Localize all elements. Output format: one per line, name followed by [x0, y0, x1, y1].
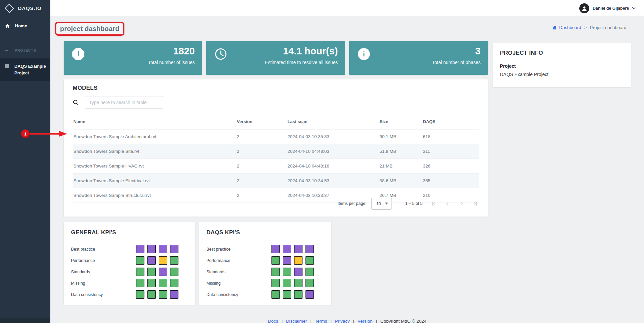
- footer-separator: |: [376, 319, 377, 323]
- search-input[interactable]: [85, 96, 163, 109]
- footer-link[interactable]: Version: [358, 319, 373, 323]
- kpi-row-label: Data consistency: [71, 292, 136, 297]
- table-row[interactable]: Snowdon Towers Sample Site.rvt22024-04-1…: [73, 144, 479, 159]
- alert-octagon-icon: !: [72, 48, 84, 60]
- table-cell: 2: [236, 129, 287, 144]
- sidebar-footer-strip: [0, 318, 50, 323]
- kpi-square-yellow: [159, 256, 167, 265]
- kpi-squares: [271, 279, 314, 287]
- kpi-row-label: Best practice: [71, 247, 136, 252]
- sidebar-item-home[interactable]: Home: [0, 19, 50, 32]
- table-cell: Snowdon Towers Sample Electrical.rvt: [73, 174, 236, 188]
- column-header-version[interactable]: Version: [236, 114, 287, 129]
- next-page-button[interactable]: [459, 201, 464, 207]
- kpi-square-green: [283, 279, 291, 287]
- project-field-label: Project: [500, 63, 624, 69]
- items-per-page-select[interactable]: 10: [371, 198, 392, 210]
- first-page-button[interactable]: [431, 201, 437, 207]
- kpi-squares: [271, 256, 314, 265]
- table-cell: Snowdon Towers Sample HVAC.rvt: [73, 159, 236, 174]
- kpi-row: Standards: [206, 268, 331, 276]
- models-card: MODELS NameVersionLast scanSizeDAQS Snow…: [64, 79, 488, 217]
- column-header-size[interactable]: Size: [379, 114, 422, 129]
- column-header-last-scan[interactable]: Last scan: [287, 114, 379, 129]
- avatar: [579, 3, 589, 13]
- kpi-square-purple: [159, 245, 167, 253]
- kpi-square-purple: [305, 245, 314, 253]
- footer: Docs|Disclaimer|Terms|Privacy|Version|Co…: [50, 319, 644, 323]
- kpi-square-purple: [147, 256, 156, 265]
- table-cell: 2: [236, 159, 287, 174]
- footer-separator: |: [331, 319, 332, 323]
- user-menu[interactable]: Daniel de Gijsbers: [579, 0, 636, 16]
- kpi-square-green: [271, 279, 280, 287]
- user-name: Daniel de Gijsbers: [593, 6, 629, 11]
- kpi-squares: [271, 290, 314, 299]
- annotation-callout-1: 1: [21, 129, 30, 138]
- kpi-row: Missing: [71, 279, 195, 287]
- table-row[interactable]: Snowdon Towers Sample HVAC.rvt22024-04-1…: [73, 159, 479, 174]
- kpi-square-green: [271, 290, 280, 299]
- kpi-square-yellow: [294, 256, 302, 265]
- table-cell: 326: [422, 159, 479, 174]
- models-table-body: Snowdon Towers Sample Architectural.rvt2…: [73, 129, 479, 203]
- kpi-square-purple: [294, 268, 302, 276]
- kpi-square-green: [170, 268, 178, 276]
- table-row[interactable]: Snowdon Towers Sample Electrical.rvt2202…: [73, 174, 479, 188]
- kpi-square-green: [136, 268, 144, 276]
- table-cell: 311: [422, 144, 479, 159]
- sidebar-section-label: PROJECTS: [15, 48, 36, 52]
- project-info-card: PROJECT INFO Project DAQS Example Projec…: [493, 43, 631, 87]
- footer-link[interactable]: Privacy: [335, 319, 350, 323]
- kpi-squares: [136, 268, 178, 276]
- kpi-square-purple: [136, 245, 144, 253]
- kpi-rows: Best practicePerformanceStandardsMissing…: [206, 245, 331, 299]
- kpi-square-green: [271, 268, 280, 276]
- column-header-daqs[interactable]: DAQS: [422, 114, 479, 129]
- kpi-row: Standards: [71, 268, 195, 276]
- models-table: NameVersionLast scanSizeDAQS Snowdon Tow…: [73, 114, 479, 203]
- kpi-square-green: [170, 279, 178, 287]
- stat-value: 1820: [173, 46, 195, 57]
- kpi-square-purple: [305, 290, 314, 299]
- table-cell: 618: [422, 129, 479, 144]
- footer-link[interactable]: Docs: [268, 319, 278, 323]
- brand-logo[interactable]: DAQS.IO: [0, 0, 50, 16]
- search-icon: [73, 99, 79, 105]
- kpi-squares: [136, 245, 178, 253]
- title-annotation-box: project dashboard: [55, 22, 124, 36]
- sidebar-item-daqs-example-project[interactable]: DAQS Example Project: [0, 58, 50, 81]
- kpi-squares: [136, 290, 178, 299]
- kpi-square-green: [136, 290, 144, 299]
- previous-page-button[interactable]: [445, 201, 451, 207]
- kpi-square-green: [305, 256, 314, 265]
- table-cell: 2024-04-03 10:34:53: [287, 174, 379, 188]
- daqs-kpis-title: DAQS KPI'S: [206, 229, 331, 236]
- kpi-square-green: [283, 290, 291, 299]
- table-cell: 355: [422, 174, 479, 188]
- breadcrumb-dashboard-link[interactable]: Dashboard: [559, 25, 581, 30]
- table-cell: 21 MB: [379, 159, 422, 174]
- kpi-row-label: Missing: [206, 281, 271, 286]
- kpi-row-label: Performance: [206, 258, 271, 263]
- general-kpis-title: GENERAL KPI'S: [71, 229, 195, 236]
- kpi-row-label: Missing: [71, 281, 136, 286]
- table-cell: 51.8 MB: [379, 144, 422, 159]
- column-header-name[interactable]: Name: [73, 114, 236, 129]
- page-range-label: 1 – 5 of 5: [405, 201, 423, 206]
- footer-link[interactable]: Disclaimer: [286, 319, 307, 323]
- footer-link[interactable]: Terms: [315, 319, 327, 323]
- kpi-squares: [271, 245, 314, 253]
- project-square-icon: [5, 64, 9, 68]
- person-icon: [581, 5, 588, 12]
- kpi-square-green: [136, 256, 144, 265]
- kpi-square-green: [305, 268, 314, 276]
- kpi-row: Best practice: [206, 245, 331, 253]
- general-kpis-card: GENERAL KPI'S Best practicePerformanceSt…: [64, 222, 195, 305]
- table-row[interactable]: Snowdon Towers Sample Architectural.rvt2…: [73, 129, 479, 144]
- kpi-square-green: [147, 279, 156, 287]
- last-page-button[interactable]: [472, 201, 478, 207]
- dash-icon: [5, 50, 8, 51]
- breadcrumb-separator: >: [584, 25, 587, 30]
- kpi-row-label: Best practice: [206, 247, 271, 252]
